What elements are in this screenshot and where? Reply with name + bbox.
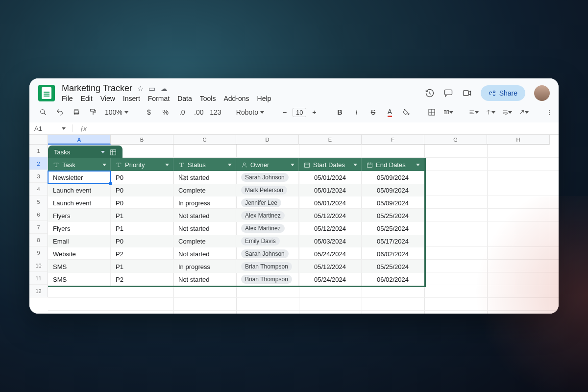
share-button[interactable]: Share [481,85,525,101]
decrease-decimal-icon[interactable]: .0 [177,108,187,116]
increase-decimal-icon[interactable]: .00 [194,108,204,116]
table-header-start dates[interactable]: Start Dates [299,158,362,171]
table-name-tab[interactable]: Tasks [48,146,122,159]
cell-start-date[interactable]: 05/01/2024 [299,184,362,196]
cell-owner[interactable]: Emily Davis [236,235,299,247]
cell-status[interactable]: Not started [173,171,236,184]
expand-table-icon[interactable] [110,149,117,156]
name-box[interactable]: A1 [34,125,59,132]
cloud-status-icon[interactable]: ☁ [160,84,168,93]
column-header-F[interactable]: F [362,135,424,145]
cell-task[interactable]: Flyers [48,209,111,222]
column-header-E[interactable]: E [299,135,362,145]
row-header-3[interactable]: 3 [29,170,48,183]
cell-task[interactable]: Launch event [48,184,111,196]
cell-status[interactable]: Not started [173,222,236,235]
cell-owner[interactable]: Mark Peterson [236,184,299,196]
rotate-icon[interactable] [519,108,529,116]
sheets-app-icon[interactable] [38,85,55,101]
more-icon[interactable]: ⋮ [544,108,554,116]
print-icon[interactable] [72,108,81,116]
column-header-D[interactable]: D [236,135,299,145]
star-icon[interactable]: ☆ [137,84,144,93]
cell-priority[interactable]: P1 [111,222,173,235]
cell-status[interactable]: Complete [173,235,236,247]
column-header-H[interactable]: H [487,135,550,145]
cell-end-date[interactable]: 06/02/2024 [362,273,424,286]
row-header-12[interactable]: 12 [29,285,48,297]
column-header-C[interactable]: C [173,135,236,145]
row-header-1[interactable]: 1 [29,145,48,157]
cell-priority[interactable]: P0 [111,184,173,196]
column-header-G[interactable]: G [424,135,487,145]
menu-edit[interactable]: Edit [81,95,93,102]
cell-task[interactable]: Website [48,247,111,260]
row-header-5[interactable]: 5 [29,196,48,208]
table-header-task[interactable]: Task [48,158,111,171]
menu-insert[interactable]: Insert [123,95,140,102]
cell-owner[interactable]: Alex Martinez [236,209,299,222]
valign-icon[interactable] [486,108,495,116]
undo-icon[interactable] [55,108,65,116]
move-folder-icon[interactable]: ▭ [148,84,155,93]
row-header-8[interactable]: 8 [29,234,48,246]
name-box-dropdown-icon[interactable] [62,127,66,130]
table-header-status[interactable]: Status [173,158,236,171]
cell-end-date[interactable]: 05/17/2024 [362,235,424,247]
cell-owner[interactable]: Jennifer Lee [236,196,299,209]
paint-format-icon[interactable] [88,108,98,116]
wrap-icon[interactable] [502,108,512,116]
spreadsheet-grid[interactable]: ABCDEFGH 123456789101112 Tasks TaskPrior… [29,135,559,314]
cell-priority[interactable]: P1 [111,209,173,222]
cell-status[interactable]: Not started [173,247,236,260]
cell-status[interactable]: In progress [173,260,236,273]
row-header-6[interactable]: 6 [29,208,48,221]
fx-icon[interactable]: ƒx [80,125,87,132]
bold-icon[interactable]: B [335,108,344,116]
cell-end-date[interactable]: 05/25/2024 [362,260,424,273]
row-header-10[interactable]: 10 [29,259,48,272]
font-dropdown[interactable]: Roboto [236,108,264,116]
increase-font-icon[interactable]: + [309,108,319,116]
cell-priority[interactable]: P0 [111,235,173,247]
cell-start-date[interactable]: 05/01/2024 [299,171,362,184]
strike-icon[interactable]: S [368,108,378,116]
menu-help[interactable]: Help [257,95,271,102]
currency-icon[interactable]: $ [144,108,154,116]
cell-start-date[interactable]: 05/24/2024 [299,273,362,286]
cell-end-date[interactable]: 06/02/2024 [362,247,424,260]
cell-owner[interactable]: Brian Thompson [236,260,299,273]
cell-task[interactable]: Newsletter [48,171,111,184]
menu-view[interactable]: View [100,95,115,102]
borders-icon[interactable] [427,108,437,116]
cell-status[interactable]: In progress [173,196,236,209]
cell-task[interactable]: Launch event [48,196,111,209]
menu-data[interactable]: Data [177,95,192,102]
table-header-priority[interactable]: Priority [111,158,173,171]
cell-task[interactable]: SMS [48,273,111,286]
cell-task[interactable]: Email [48,235,111,247]
cell-end-date[interactable]: 05/09/2024 [362,196,424,209]
cell-start-date[interactable]: 05/12/2024 [299,260,362,273]
halign-icon[interactable] [469,108,479,116]
column-header-B[interactable]: B [111,135,173,145]
comments-icon[interactable] [443,88,453,98]
cell-start-date[interactable]: 05/12/2024 [299,209,362,222]
row-header-11[interactable]: 11 [29,272,48,285]
cell-status[interactable]: Complete [173,184,236,196]
account-avatar[interactable] [534,85,550,101]
italic-icon[interactable]: I [351,108,361,116]
table-header-owner[interactable]: Owner [236,158,299,171]
text-color-icon[interactable]: A [385,108,394,117]
merge-icon[interactable] [443,108,453,116]
cell-priority[interactable]: P0 [111,171,173,184]
cell-start-date[interactable]: 05/24/2024 [299,247,362,260]
cell-end-date[interactable]: 05/09/2024 [362,171,424,184]
cell-owner[interactable]: Sarah Johnson [236,247,299,260]
history-icon[interactable] [425,88,435,98]
row-header-2[interactable]: 2 [29,157,48,170]
cell-priority[interactable]: P1 [111,260,173,273]
font-size-input[interactable]: 10 [293,108,306,117]
cell-owner[interactable]: Brian Thompson [236,273,299,286]
cell-status[interactable]: Not started [173,273,236,286]
